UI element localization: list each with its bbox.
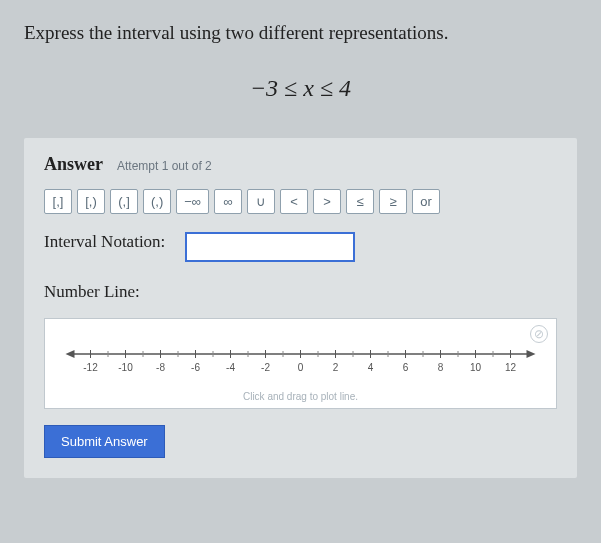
or-button[interactable]: or: [412, 189, 440, 214]
svg-marker-1: [66, 350, 75, 358]
submit-answer-button[interactable]: Submit Answer: [44, 425, 165, 458]
numberline-box[interactable]: ⊘ -12-10-8-6-4-2024681012 Click and drag…: [44, 318, 557, 409]
svg-marker-2: [527, 350, 536, 358]
numberline-svg: -12-10-8-6-4-2024681012: [59, 339, 542, 389]
numberline-label: Number Line:: [44, 282, 140, 302]
infinity-button[interactable]: ∞: [214, 189, 242, 214]
bracket-closed-open-button[interactable]: [,): [77, 189, 105, 214]
tick-label: 6: [403, 362, 409, 373]
tick-label: -4: [226, 362, 235, 373]
tick-label: 2: [333, 362, 339, 373]
answer-header: Answer Attempt 1 out of 2: [44, 154, 557, 175]
symbol-button-row: [,] [,) (,] (,) −∞ ∞ ∪ < > ≤ ≥ or: [44, 189, 557, 214]
bracket-open-open-button[interactable]: (,): [143, 189, 171, 214]
union-button[interactable]: ∪: [247, 189, 275, 214]
greater-eq-button[interactable]: ≥: [379, 189, 407, 214]
numberline-hint: Click and drag to plot line.: [59, 391, 542, 402]
question-text: Express the interval using two different…: [24, 20, 577, 47]
numberline-section: Number Line: ⊘ -12-10-8-6-4-2024681012 C…: [44, 282, 557, 409]
tick-label: -8: [156, 362, 165, 373]
tick-label: 4: [368, 362, 374, 373]
attempt-text: Attempt 1 out of 2: [117, 159, 212, 173]
interval-notation-row: Interval Notation:: [44, 232, 557, 262]
answer-label: Answer: [44, 154, 103, 174]
tick-label: 12: [505, 362, 517, 373]
neg-infinity-button[interactable]: −∞: [176, 189, 209, 214]
tick-label: -10: [118, 362, 133, 373]
tick-label: 8: [438, 362, 444, 373]
less-eq-button[interactable]: ≤: [346, 189, 374, 214]
bracket-open-closed-button[interactable]: (,]: [110, 189, 138, 214]
interval-notation-input[interactable]: [185, 232, 355, 262]
greater-than-button[interactable]: >: [313, 189, 341, 214]
bracket-closed-closed-button[interactable]: [,]: [44, 189, 72, 214]
tick-label: -6: [191, 362, 200, 373]
tick-label: 0: [298, 362, 304, 373]
interval-expression: −3 ≤ x ≤ 4: [24, 75, 577, 102]
tick-label: 10: [470, 362, 482, 373]
clear-icon[interactable]: ⊘: [530, 325, 548, 343]
tick-label: -12: [83, 362, 98, 373]
tick-label: -2: [261, 362, 270, 373]
answer-card: Answer Attempt 1 out of 2 [,] [,) (,] (,…: [24, 138, 577, 478]
interval-notation-label: Interval Notation:: [44, 232, 165, 252]
less-than-button[interactable]: <: [280, 189, 308, 214]
